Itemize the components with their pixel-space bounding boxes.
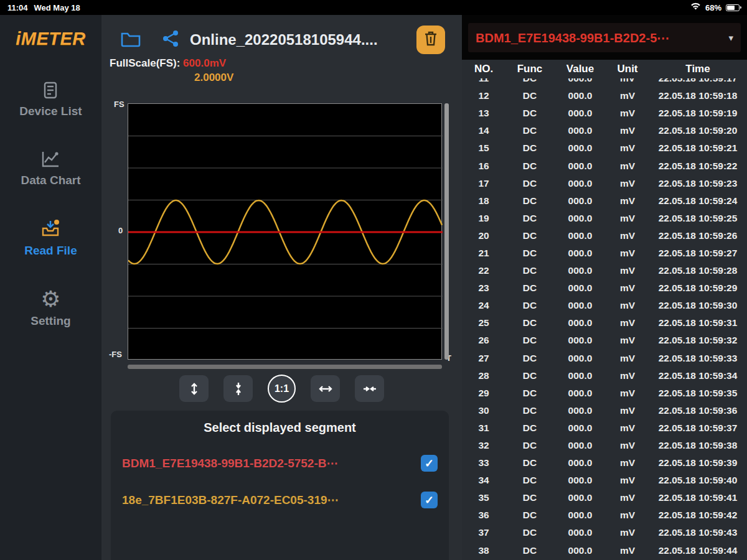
col-header-unit: Unit [606,63,649,75]
chart-block: FS 0 -FS T [101,97,462,390]
source-dropdown-value: BDM1_E7E19438-99B1-B2D2-5⋯ [468,30,728,45]
chevron-down-icon: ▾ [728,32,741,44]
table-row: 16DC000.0mV22.05.18 10:59:22 [462,157,747,174]
col-header-no: NO. [462,63,505,75]
status-time: 11:04 [7,3,28,12]
segment-label: BDM1_E7E19438-99B1-B2D2-5752-B⋯ [122,456,338,470]
table-row: 15DC000.0mV22.05.18 10:59:21 [462,139,747,157]
fullscale-value-secondary: 2.0000V [194,72,233,84]
sidebar: iMETER Device List Data Chart [0,15,101,560]
folder-icon [120,30,141,50]
table-row: 36DC000.0mV22.05.18 10:59:42 [462,506,747,524]
source-dropdown[interactable]: BDM1_E7E19438-99B1-B2D2-5⋯ ▾ [468,23,741,52]
table-row: 34DC000.0mV22.05.18 10:59:40 [462,472,747,489]
fullscale-readout: FullScale(FS): 600.0mV 2.0000V [110,57,233,84]
table-row: 23DC000.0mV22.05.18 10:59:29 [462,279,747,297]
sidebar-label: Setting [31,314,70,328]
table-row: 29DC000.0mV22.05.18 10:59:35 [462,385,747,402]
status-bar: 11:04 Wed May 18 68% [0,0,747,15]
compress-horizontal-button[interactable] [355,375,384,402]
sidebar-item-device-list[interactable]: Device List [19,80,82,118]
delete-file-button[interactable] [416,26,445,54]
chart-vertical-scrollbar[interactable] [444,103,449,360]
app-content: iMETER Device List Data Chart [0,15,747,560]
segment-row: BDM1_E7E19438-99B1-B2D2-5752-B⋯✓ [111,455,449,472]
y-axis-label-neg-fs: -FS [109,350,122,359]
table-row: 25DC000.0mV22.05.18 10:59:31 [462,314,747,332]
readings-table-header: NO. Func Value Unit Time [462,60,747,78]
file-header: Online_20220518105944.... [101,21,462,58]
data-chart-icon [40,149,61,169]
sidebar-label: Data Chart [21,174,80,187]
segment-checkbox[interactable]: ✓ [421,492,438,508]
table-row: 12DC000.0mV22.05.18 10:59:18 [462,87,747,105]
table-row: 28DC000.0mV22.05.18 10:59:34 [462,367,747,385]
expand-horizontal-button[interactable] [311,375,340,402]
table-row: 19DC000.0mV22.05.18 10:59:25 [462,210,747,227]
compress-horizontal-icon [363,382,377,396]
chart-horizontal-scrollbar[interactable] [128,365,442,369]
sidebar-label: Device List [19,105,82,118]
fullscale-value-primary: 600.0mV [183,57,226,69]
table-row: 35DC000.0mV22.05.18 10:59:41 [462,489,747,506]
reset-scale-button[interactable]: 1:1 [268,375,296,403]
table-row: 22DC000.0mV22.05.18 10:59:28 [462,262,747,279]
table-row: 31DC000.0mV22.05.18 10:59:37 [462,419,747,437]
table-row: 17DC000.0mV22.05.18 10:59:23 [462,175,747,192]
readings-panel: BDM1_E7E19438-99B1-B2D2-5⋯ ▾ NO. Func Va… [462,15,747,560]
table-row: 26DC000.0mV22.05.18 10:59:32 [462,332,747,349]
segment-panel: Select displayed segment BDM1_E7E19438-9… [111,411,449,560]
device-list-icon [40,80,60,100]
table-row: 30DC000.0mV22.05.18 10:59:36 [462,402,747,419]
expand-horizontal-icon [319,382,332,396]
battery-icon [726,4,740,11]
col-header-value: Value [554,63,606,75]
table-row: 38DC000.0mV22.05.18 10:59:44 [462,542,747,559]
table-row: 21DC000.0mV22.05.18 10:59:27 [462,245,747,262]
col-header-func: Func [505,63,554,75]
read-file-icon [39,218,62,240]
segment-checkbox[interactable]: ✓ [421,455,438,472]
sidebar-label: Read File [24,244,77,258]
col-header-time: Time [649,63,747,75]
segment-list: BDM1_E7E19438-99B1-B2D2-5752-B⋯✓18e_7BF1… [111,455,449,508]
zoom-toolbar: 1:1 [101,375,462,403]
fullscale-label: FullScale(FS): [110,57,180,69]
battery-percent: 68% [705,3,721,12]
table-row: 24DC000.0mV22.05.18 10:59:30 [462,297,747,314]
segment-panel-title: Select displayed segment [111,411,449,435]
sidebar-item-data-chart[interactable]: Data Chart [21,149,80,187]
segment-row: 18e_7BF1E03B-827F-A072-EC05-319⋯✓ [111,492,449,508]
table-row: 14DC000.0mV22.05.18 10:59:20 [462,122,747,139]
app-logo: iMETER [16,29,86,49]
table-row: 33DC000.0mV22.05.18 10:59:39 [462,454,747,472]
table-row: 18DC000.0mV22.05.18 10:59:24 [462,192,747,210]
table-row: 37DC000.0mV22.05.18 10:59:43 [462,524,747,541]
source-select-area: BDM1_E7E19438-99B1-B2D2-5⋯ ▾ [462,15,747,60]
compress-vertical-icon [232,382,245,396]
trash-icon [423,30,438,49]
table-row: 20DC000.0mV22.05.18 10:59:26 [462,227,747,245]
open-folder-button[interactable] [120,30,141,49]
imeter-app: 11:04 Wed May 18 68% iMETER Device List [0,0,747,560]
wifi-icon [690,2,701,12]
main-area: Online_20220518105944.... FullScale(FS):… [101,15,462,560]
gear-icon: ⚙ [40,289,60,310]
table-row: 13DC000.0mV22.05.18 10:59:19 [462,105,747,122]
expand-vertical-button[interactable] [179,375,209,402]
status-date: Wed May 18 [34,3,80,12]
sidebar-item-read-file[interactable]: Read File [24,218,77,258]
share-button[interactable] [160,30,181,49]
table-row: 11DC000.0mV22.05.18 10:59:17 [462,78,747,87]
expand-vertical-icon [187,382,201,396]
y-axis-label-fs: FS [114,100,125,109]
waveform-svg [128,104,443,360]
compress-vertical-button[interactable] [223,375,253,402]
segment-label: 18e_7BF1E03B-827F-A072-EC05-319⋯ [122,493,339,507]
waveform-chart[interactable] [128,103,442,360]
file-title: Online_20220518105944.... [190,31,416,49]
table-row: 32DC000.0mV22.05.18 10:59:38 [462,437,747,454]
sidebar-item-setting[interactable]: ⚙ Setting [31,289,70,328]
readings-table-body[interactable]: 11DC000.0mV22.05.18 10:59:1712DC000.0mV2… [462,78,747,560]
y-axis-label-zero: 0 [118,226,123,235]
